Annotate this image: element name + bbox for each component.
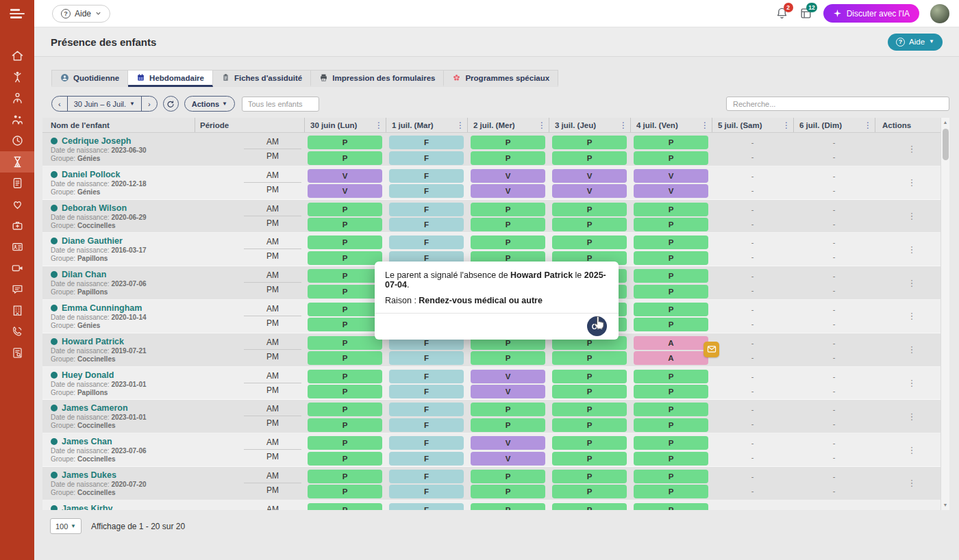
- status-chip-P[interactable]: P: [308, 236, 382, 249]
- status-chip-P[interactable]: P: [634, 236, 708, 249]
- status-chip-P[interactable]: P: [552, 151, 627, 165]
- status-chip-P[interactable]: P: [634, 385, 708, 398]
- status-chip-P[interactable]: P: [308, 370, 382, 383]
- status-chip-P[interactable]: P: [308, 452, 382, 466]
- status-chip-P[interactable]: P: [308, 503, 382, 510]
- status-chip-P[interactable]: P: [552, 136, 627, 149]
- sidebar-item-home[interactable]: [0, 45, 34, 66]
- status-chip-V[interactable]: V: [471, 370, 545, 383]
- status-chip-A[interactable]: A: [634, 336, 708, 350]
- sidebar-item-heart[interactable]: [0, 194, 34, 215]
- menu-icon[interactable]: [0, 0, 34, 27]
- status-chip-P[interactable]: P: [308, 470, 382, 483]
- status-chip-P[interactable]: P: [634, 269, 708, 283]
- row-menu-icon[interactable]: ⋮: [908, 478, 917, 488]
- vertical-scrollbar[interactable]: ▲ ▼: [941, 118, 949, 510]
- column-menu-icon[interactable]: ⋮: [619, 120, 627, 130]
- status-chip-P[interactable]: P: [552, 403, 627, 416]
- row-menu-icon[interactable]: ⋮: [908, 378, 917, 388]
- status-chip-F[interactable]: F: [389, 470, 464, 483]
- status-chip-P[interactable]: P: [308, 436, 382, 450]
- status-chip-F[interactable]: F: [389, 436, 464, 450]
- status-chip-A[interactable]: A: [634, 351, 708, 365]
- status-chip-P[interactable]: P: [634, 485, 708, 498]
- status-chip-P[interactable]: P: [308, 303, 382, 316]
- row-menu-icon[interactable]: ⋮: [908, 311, 917, 321]
- page-help-button[interactable]: ? Aide ▼: [888, 34, 943, 51]
- child-name-link[interactable]: Huey Donald: [51, 370, 195, 380]
- status-chip-P[interactable]: P: [308, 203, 382, 216]
- status-chip-V[interactable]: V: [634, 184, 708, 198]
- status-chip-P[interactable]: P: [308, 385, 382, 398]
- row-menu-icon[interactable]: ⋮: [908, 177, 917, 188]
- status-chip-P[interactable]: P: [471, 403, 545, 416]
- column-menu-icon[interactable]: ⋮: [864, 120, 872, 130]
- status-chip-P[interactable]: P: [471, 485, 545, 498]
- notifications-button[interactable]: 2: [775, 7, 788, 20]
- status-chip-P[interactable]: P: [634, 151, 708, 165]
- status-chip-P[interactable]: P: [308, 269, 382, 283]
- scroll-down-icon[interactable]: ▼: [943, 500, 948, 510]
- sidebar-item-child[interactable]: [0, 66, 34, 88]
- status-chip-F[interactable]: F: [389, 203, 464, 216]
- status-chip-V[interactable]: V: [634, 169, 708, 183]
- status-chip-P[interactable]: P: [552, 370, 627, 383]
- sidebar-item-video[interactable]: [0, 257, 34, 279]
- child-name-link[interactable]: James Cameron: [51, 403, 195, 413]
- row-menu-icon[interactable]: ⋮: [908, 144, 917, 154]
- status-chip-P[interactable]: P: [634, 285, 708, 298]
- user-avatar[interactable]: [930, 4, 949, 23]
- status-chip-P[interactable]: P: [634, 503, 708, 510]
- sidebar-item-educator[interactable]: [0, 88, 34, 109]
- status-chip-F[interactable]: F: [389, 503, 464, 510]
- status-chip-F[interactable]: F: [389, 218, 464, 231]
- child-name-link[interactable]: James Dukes: [51, 470, 195, 480]
- page-size-select[interactable]: 100▼: [50, 518, 82, 534]
- child-name-link[interactable]: Emma Cunningham: [51, 303, 195, 313]
- status-chip-F[interactable]: F: [389, 418, 464, 432]
- status-chip-P[interactable]: P: [308, 403, 382, 416]
- child-name-link[interactable]: Daniel Pollock: [51, 170, 195, 179]
- status-chip-P[interactable]: P: [634, 370, 708, 383]
- status-chip-F[interactable]: F: [389, 236, 464, 249]
- status-chip-P[interactable]: P: [308, 351, 382, 365]
- status-chip-P[interactable]: P: [308, 136, 382, 149]
- help-dropdown[interactable]: ? Aide: [52, 5, 110, 23]
- status-chip-P[interactable]: P: [552, 485, 627, 498]
- status-chip-P[interactable]: P: [471, 236, 545, 249]
- row-menu-icon[interactable]: ⋮: [908, 344, 917, 355]
- row-menu-icon[interactable]: ⋮: [908, 445, 917, 455]
- column-menu-icon[interactable]: ⋮: [375, 120, 383, 130]
- status-chip-P[interactable]: P: [552, 503, 627, 510]
- status-chip-V[interactable]: V: [552, 184, 627, 198]
- status-chip-P[interactable]: P: [471, 351, 545, 365]
- status-chip-P[interactable]: P: [634, 452, 708, 466]
- child-name-link[interactable]: James Kirby: [51, 504, 195, 510]
- sidebar-item-chat[interactable]: [0, 279, 34, 300]
- search-input[interactable]: [726, 97, 949, 111]
- child-name-link[interactable]: Cedrique Joseph: [51, 136, 195, 146]
- status-chip-P[interactable]: P: [552, 436, 627, 450]
- status-chip-P[interactable]: P: [552, 470, 627, 483]
- status-chip-F[interactable]: F: [389, 351, 464, 365]
- status-chip-P[interactable]: P: [552, 418, 627, 432]
- status-chip-P[interactable]: P: [471, 503, 545, 510]
- status-chip-P[interactable]: P: [308, 336, 382, 350]
- status-chip-P[interactable]: P: [471, 136, 545, 149]
- status-chip-V[interactable]: V: [471, 452, 545, 466]
- status-chip-P[interactable]: P: [634, 136, 708, 149]
- status-chip-P[interactable]: P: [634, 418, 708, 432]
- status-chip-V[interactable]: V: [471, 169, 545, 183]
- status-chip-P[interactable]: P: [634, 303, 708, 316]
- child-name-link[interactable]: Dilan Chan: [51, 270, 195, 279]
- tab-quotidienne[interactable]: Quotidienne: [51, 70, 128, 87]
- chat-ai-button[interactable]: Discuter avec l'IA: [823, 4, 919, 23]
- sidebar-item-hourglass[interactable]: [0, 151, 34, 173]
- updates-button[interactable]: 12: [799, 7, 812, 20]
- status-chip-P[interactable]: P: [471, 218, 545, 231]
- sidebar-item-building[interactable]: [0, 300, 34, 321]
- scrollbar-thumb[interactable]: [943, 129, 949, 160]
- sidebar-item-phone[interactable]: [0, 321, 34, 342]
- tab-hebdomadaire[interactable]: Hebdomadaire: [128, 70, 213, 87]
- status-chip-P[interactable]: P: [634, 251, 708, 265]
